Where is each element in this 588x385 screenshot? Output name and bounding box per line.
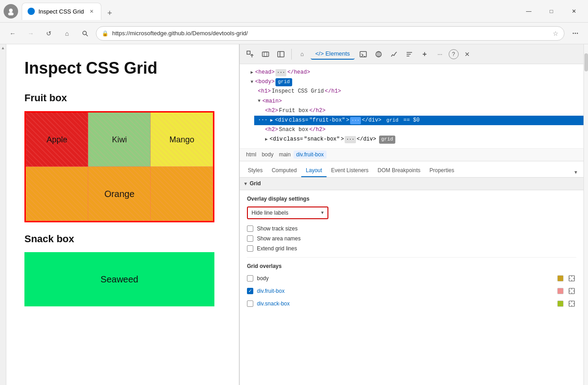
more-panels-button[interactable]: ··· (433, 47, 447, 61)
tab-layout[interactable]: Layout (301, 164, 327, 177)
add-panel-button[interactable]: + (418, 47, 432, 61)
tab-properties[interactable]: Properties (425, 164, 459, 177)
refresh-button[interactable]: ↺ (42, 26, 56, 41)
dom-ellipsis[interactable]: ··· (275, 69, 286, 76)
dom-fruit-grid-badge[interactable]: grid (384, 117, 400, 125)
close-devtools-button[interactable]: ✕ (460, 47, 474, 61)
dom-head-line[interactable]: ▶ <head> ··· </head> (247, 68, 583, 77)
maximize-button[interactable]: □ (541, 4, 562, 19)
svg-rect-8 (262, 52, 269, 56)
layout-section-body: Overlay display settings Hide line label… (240, 190, 583, 317)
layout-panel: ▼ Grid Overlay display settings Hide lin… (240, 178, 583, 385)
dom-snack-box-line[interactable]: ▶ <div class= "snack-box" > ··· </div> g… (261, 135, 583, 144)
fruit-section-title: Fruit box (24, 92, 221, 104)
tab-bar: Inspect CSS Grid ✕ + (22, 3, 515, 20)
tab-close-button[interactable]: ✕ (87, 7, 95, 15)
scrollbar-thumb[interactable] (584, 53, 588, 71)
back-button[interactable]: ← (5, 26, 20, 41)
home-tool[interactable]: ⌂ (295, 47, 309, 61)
line-labels-dropdown[interactable]: Hide line labels ▾ (247, 207, 328, 219)
scroll-up-arrow[interactable]: ▲ (0, 44, 6, 52)
devtools-panel: ⌂ </> Elements + ··· ? ✕ (239, 44, 583, 385)
tab-styles[interactable]: Styles (243, 164, 267, 177)
snack-section-title: Snack box (24, 233, 221, 245)
snack-box-overlay-target-icon[interactable] (567, 299, 576, 308)
show-area-names-row[interactable]: Show area names (247, 235, 576, 242)
svg-rect-12 (360, 52, 366, 57)
new-tab-button[interactable]: + (103, 7, 116, 20)
elements-panel-button[interactable]: </> Elements (311, 48, 355, 60)
performance-tool[interactable] (387, 47, 401, 61)
dom-collapse-triangle[interactable]: ▼ (251, 79, 253, 86)
dom-fruitbox-triangle[interactable]: ▶ (270, 117, 273, 124)
minimize-button[interactable]: — (518, 4, 539, 19)
fruit-box-overlay-target-icon[interactable] (567, 286, 576, 296)
extend-grid-lines-row[interactable]: Extend grid lines (247, 245, 576, 252)
more-tabs-button[interactable]: ▾ (572, 167, 580, 177)
dom-main-triangle[interactable]: ▼ (258, 98, 261, 105)
dom-dots: ··· (258, 116, 268, 125)
tab-computed[interactable]: Computed (267, 164, 301, 177)
inspect-element-tool[interactable] (243, 47, 257, 61)
lock-icon: 🔒 (102, 30, 109, 37)
dom-snackbox-triangle[interactable]: ▶ (265, 136, 268, 143)
breadcrumbs: html body main div.fruit-box (240, 149, 583, 161)
fruit-box-overlay-checkbox[interactable]: ✓ (247, 288, 253, 294)
close-button[interactable]: ✕ (564, 4, 584, 19)
dom-triangle[interactable]: ▶ (251, 69, 253, 76)
console-tool[interactable] (356, 47, 370, 61)
profile-icon[interactable] (4, 4, 18, 19)
body-color-swatch[interactable] (557, 275, 564, 282)
body-overlay-target-icon[interactable] (567, 274, 576, 283)
search-button[interactable] (78, 26, 92, 41)
dom-fruit-ellipsis[interactable]: ··· (350, 117, 361, 124)
address-bar[interactable]: 🔒 https://microsoftedge.github.io/Demos/… (96, 26, 564, 41)
show-track-sizes-checkbox[interactable] (247, 225, 253, 232)
elements-panel-label: </> Elements (315, 50, 350, 57)
show-track-sizes-row[interactable]: Show track sizes (247, 225, 576, 232)
home-button[interactable]: ⌂ (60, 26, 74, 41)
svg-rect-10 (278, 52, 284, 57)
favorite-icon[interactable]: ☆ (553, 30, 559, 37)
breadcrumb-div-fruit-box[interactable]: div.fruit-box (294, 150, 327, 159)
dom-fruit-box-line[interactable]: ··· ▶ <div class= "fruit-box" > ··· </di… (254, 116, 583, 125)
breadcrumb-main[interactable]: main (276, 150, 294, 159)
dom-snack-grid-badge[interactable]: grid (379, 136, 395, 144)
dom-body-line[interactable]: ▼ <body> grid (247, 77, 583, 87)
tab-favicon (28, 8, 35, 15)
dom-h2-snack-line[interactable]: <h2> Snack box </h2> (261, 125, 583, 135)
svg-rect-4 (247, 51, 250, 54)
device-emulation-tool[interactable] (259, 47, 272, 61)
devtools-scrollbar[interactable] (583, 44, 588, 385)
dom-h2-fruit-line[interactable]: <h2> Fruit box </h2> (261, 106, 583, 116)
forward-button[interactable]: → (24, 26, 38, 41)
dom-main-line[interactable]: ▼ <main> (254, 97, 583, 106)
dom-h1-line[interactable]: <h1> Inspect CSS Grid </h1> (254, 87, 583, 96)
grid-section-header[interactable]: ▼ Grid (240, 178, 583, 190)
help-button[interactable]: ? (449, 49, 459, 59)
snack-box-overlay-checkbox[interactable] (247, 300, 253, 307)
body-overlay-label[interactable]: body (257, 275, 554, 282)
tab-dom-breakpoints[interactable]: DOM Breakpoints (373, 164, 425, 177)
snack-box-color-swatch[interactable] (557, 300, 564, 307)
svg-line-3 (86, 34, 88, 36)
extend-grid-lines-label: Extend grid lines (257, 245, 297, 252)
extend-grid-lines-checkbox[interactable] (247, 245, 253, 252)
breadcrumb-body[interactable]: body (259, 150, 276, 159)
snack-section: Snack box Seaweed (24, 233, 221, 306)
body-overlay-checkbox[interactable] (247, 275, 253, 282)
breadcrumb-html[interactable]: html (243, 150, 259, 159)
tab-event-listeners[interactable]: Event Listeners (327, 164, 373, 177)
fruit-box-color-swatch[interactable] (557, 288, 564, 294)
dom-snack-ellipsis[interactable]: ··· (345, 136, 356, 143)
dom-grid-badge[interactable]: grid (275, 78, 292, 86)
browser-more-button[interactable]: ··· (568, 26, 583, 41)
fruit-box-overlay-label[interactable]: div.fruit-box (257, 288, 554, 294)
dropdown-arrow-icon: ▾ (321, 210, 324, 216)
toggle-sidebar-tool[interactable] (274, 47, 288, 61)
sources-tool[interactable] (403, 47, 416, 61)
show-area-names-checkbox[interactable] (247, 235, 253, 242)
snack-box-overlay-label[interactable]: div.snack-box (257, 300, 554, 307)
network-tool[interactable] (372, 47, 385, 61)
active-tab[interactable]: Inspect CSS Grid ✕ (22, 3, 101, 20)
